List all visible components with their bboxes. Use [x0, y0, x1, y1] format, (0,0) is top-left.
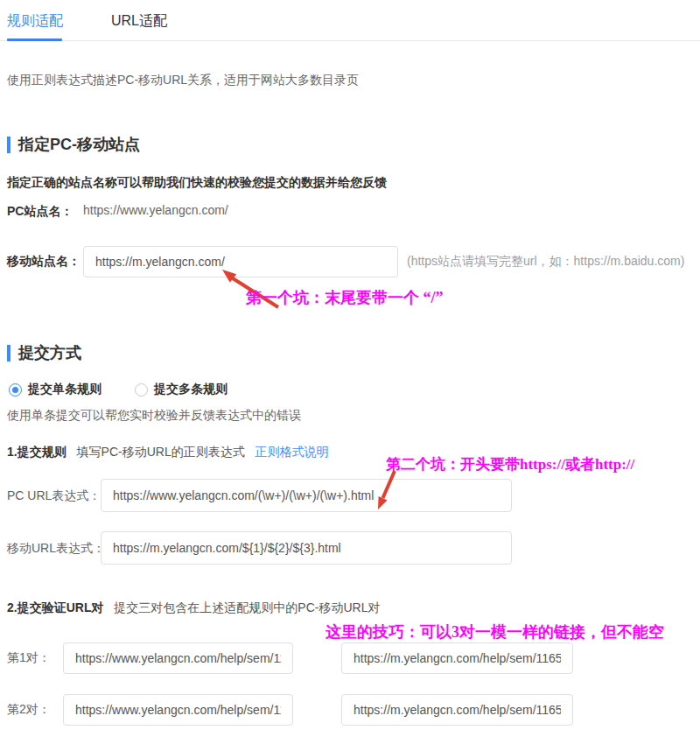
step1-desc: 填写PC-移动URL的正则表达式	[77, 445, 245, 459]
intro-text: 使用正则表达式描述PC-移动URL关系，适用于网站大多数目录页	[7, 73, 359, 88]
pc-expr-label: PC URL表达式：	[7, 488, 101, 504]
annotation-protocol-prefix: 第二个坑：开头要带https://或者http://	[386, 454, 634, 474]
pair2-mobile-url-input[interactable]	[341, 694, 573, 726]
annotation-pair-tip: 这里的技巧：可以3对一模一样的链接，但不能空	[326, 621, 664, 642]
annotation-trailing-slash: 第一个坑：末尾要带一个 “/”	[246, 287, 444, 308]
site-section-header: 指定PC-移动站点	[7, 134, 140, 155]
mobile-site-label: 移动站点名：	[7, 254, 80, 270]
mobile-expr-label: 移动URL表达式：	[7, 541, 105, 557]
mobile-expr-input[interactable]	[101, 531, 512, 565]
step2-desc: 提交三对包含在上述适配规则中的PC-移动URL对	[114, 600, 380, 614]
pair2-pc-url-input[interactable]	[63, 694, 293, 726]
tab-url-adaptation[interactable]: URL适配	[111, 12, 167, 31]
submit-section-title: 提交方式	[18, 342, 81, 363]
pc-site-label: PC站点名：	[7, 204, 73, 218]
rule-adaptation-page: 规则适配 URL适配 使用正则表达式描述PC-移动URL关系，适用于网站大多数目…	[0, 0, 700, 744]
pc-site-row: PC站点名： https://www.yelangcn.com/	[7, 203, 73, 220]
annotation-arrow-down-icon	[371, 469, 397, 515]
pair1-label: 第1对：	[7, 650, 51, 666]
site-section-subtitle: 指定正确的站点名称可以帮助我们快速的校验您提交的数据并给您反馈	[7, 175, 387, 191]
single-submit-note: 使用单条提交可以帮您实时校验并反馈表达式中的错误	[7, 408, 301, 424]
step1-label: 1.提交规则	[7, 445, 66, 459]
pair1-mobile-url-input[interactable]	[341, 642, 573, 674]
section-accent-bar	[7, 137, 10, 153]
pc-expr-input[interactable]	[101, 479, 512, 512]
section-accent-bar	[7, 345, 10, 361]
step1-line: 1.提交规则 填写PC-移动URL的正则表达式 正则格式说明	[7, 445, 329, 460]
active-tab-indicator	[7, 39, 62, 41]
step2-label: 2.提交验证URL对	[7, 600, 103, 614]
radio-single-rule-label[interactable]: 提交单条规则	[28, 382, 102, 397]
regex-format-help-link[interactable]: 正则格式说明	[256, 445, 329, 459]
mobile-site-hint: (https站点请填写完整url，如：https://m.baidu.com)	[407, 254, 684, 270]
radio-single-rule-icon[interactable]	[9, 383, 22, 397]
pair2-label: 第2对：	[7, 702, 51, 718]
pair1-pc-url-input[interactable]	[63, 642, 293, 674]
step2-line: 2.提交验证URL对 提交三对包含在上述适配规则中的PC-移动URL对	[7, 600, 380, 616]
pc-site-value: https://www.yelangcn.com/	[83, 203, 433, 217]
site-section-title: 指定PC-移动站点	[18, 134, 140, 155]
tab-rule-adaptation[interactable]: 规则适配	[7, 12, 63, 31]
submit-section-header: 提交方式	[7, 342, 81, 363]
tab-bar: 规则适配 URL适配	[0, 0, 700, 41]
radio-multi-rule-icon[interactable]	[135, 383, 148, 397]
radio-multi-rule-label[interactable]: 提交多条规则	[154, 382, 228, 397]
submit-mode-radio-group: 提交单条规则 提交多条规则	[9, 382, 228, 397]
